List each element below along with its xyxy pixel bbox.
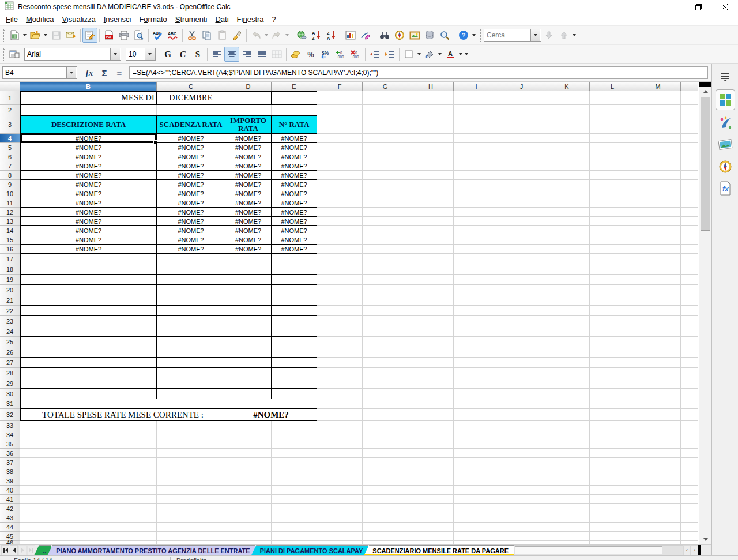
cell[interactable] — [317, 347, 363, 358]
cell[interactable] — [317, 368, 363, 378]
cell[interactable] — [544, 458, 590, 467]
cell[interactable] — [635, 495, 681, 504]
help-button[interactable]: ? — [456, 28, 471, 43]
menu-item-dati[interactable]: Dati — [211, 14, 232, 25]
cell[interactable] — [272, 513, 317, 523]
cell[interactable] — [681, 389, 698, 399]
table-header-cell[interactable]: IMPORTO RATA — [225, 115, 272, 134]
cell[interactable] — [635, 264, 681, 275]
row-header-3[interactable]: 3 — [0, 115, 20, 134]
row-header-19[interactable]: 19 — [0, 275, 20, 285]
cell[interactable] — [272, 295, 317, 306]
cell[interactable] — [157, 275, 225, 285]
cell[interactable]: #NOME? — [272, 245, 317, 254]
cell[interactable] — [499, 143, 544, 152]
cell[interactable] — [590, 439, 635, 449]
cell[interactable]: #NOME? — [20, 143, 157, 152]
cell[interactable] — [590, 105, 635, 115]
cell[interactable] — [681, 399, 698, 409]
cell[interactable] — [272, 316, 317, 326]
cell[interactable] — [635, 226, 681, 235]
menu-item-finestra[interactable]: Finestra — [233, 14, 268, 25]
cell[interactable] — [157, 254, 225, 264]
cell[interactable] — [590, 347, 635, 358]
horizontal-scrollbar[interactable] — [514, 545, 683, 555]
cell[interactable] — [635, 208, 681, 217]
cell[interactable] — [544, 337, 590, 347]
cell[interactable] — [317, 337, 363, 347]
cell[interactable] — [157, 105, 225, 115]
cell[interactable] — [317, 430, 363, 439]
select-all-corner[interactable] — [0, 82, 20, 91]
cell[interactable] — [544, 134, 590, 143]
cell[interactable] — [272, 368, 317, 378]
cell[interactable]: #NOME? — [20, 189, 157, 198]
find-toolbar-grip[interactable] — [479, 29, 482, 42]
cell[interactable] — [225, 486, 272, 495]
cell[interactable]: #NOME? — [225, 143, 272, 152]
cell[interactable] — [157, 326, 225, 337]
cell[interactable] — [363, 198, 408, 208]
cell[interactable] — [157, 504, 225, 513]
cell[interactable] — [408, 235, 454, 245]
sidebar-functions-icon[interactable]: fx — [716, 179, 735, 198]
cell[interactable] — [681, 358, 698, 368]
row-header-37[interactable]: 37 — [0, 458, 20, 467]
cell[interactable] — [635, 486, 681, 495]
row-header-44[interactable]: 44 — [0, 523, 20, 532]
cell[interactable] — [544, 264, 590, 275]
cut-button[interactable] — [184, 28, 199, 43]
cell[interactable] — [499, 504, 544, 513]
row-header-40[interactable]: 40 — [0, 486, 20, 495]
cell[interactable] — [363, 295, 408, 306]
cell[interactable] — [157, 295, 225, 306]
cell[interactable] — [544, 306, 590, 316]
cell[interactable] — [544, 326, 590, 337]
cell[interactable] — [272, 91, 317, 105]
cell[interactable] — [499, 245, 544, 254]
cell[interactable] — [317, 275, 363, 285]
cell[interactable] — [454, 180, 499, 189]
cell[interactable] — [225, 91, 272, 105]
search-combobox[interactable] — [484, 29, 541, 42]
cell[interactable] — [544, 358, 590, 368]
standard-format-button[interactable]: $% — [318, 47, 333, 62]
cell[interactable] — [408, 217, 454, 226]
cell[interactable] — [635, 189, 681, 198]
font-color-dropdown[interactable] — [458, 47, 464, 62]
toolbar-overflow-dropdown[interactable] — [464, 47, 469, 62]
cell[interactable] — [681, 439, 698, 449]
cell[interactable] — [363, 285, 408, 295]
cell[interactable] — [681, 217, 698, 226]
cell[interactable] — [635, 523, 681, 532]
cell[interactable] — [408, 430, 454, 439]
cell[interactable] — [157, 439, 225, 449]
merge-cells-button[interactable] — [269, 47, 284, 62]
cell[interactable] — [225, 254, 272, 264]
cell[interactable]: #NOME? — [157, 245, 225, 254]
menu-item-help[interactable]: ? — [268, 14, 280, 25]
cell[interactable] — [157, 285, 225, 295]
row-header-18[interactable]: 18 — [0, 264, 20, 275]
cell[interactable] — [363, 105, 408, 115]
cell[interactable] — [225, 458, 272, 467]
cell[interactable]: #NOME? — [272, 143, 317, 152]
cell[interactable] — [681, 430, 698, 439]
row-header-26[interactable]: 26 — [0, 347, 20, 358]
cell[interactable] — [454, 189, 499, 198]
cell[interactable] — [317, 306, 363, 316]
cell[interactable]: #NOME? — [157, 161, 225, 171]
cell[interactable] — [454, 399, 499, 409]
show-draw-functions-button[interactable] — [358, 28, 373, 43]
row-header-23[interactable]: 23 — [0, 316, 20, 326]
cell[interactable] — [225, 467, 272, 476]
cell[interactable] — [454, 421, 499, 430]
cell[interactable] — [20, 495, 157, 504]
cell[interactable] — [499, 161, 544, 171]
export-pdf-button[interactable]: PDF — [101, 28, 116, 43]
cell[interactable] — [317, 409, 363, 421]
row-header-29[interactable]: 29 — [0, 378, 20, 389]
cell[interactable] — [681, 476, 698, 486]
cell[interactable] — [681, 421, 698, 430]
row-header-6[interactable]: 6 — [0, 152, 20, 161]
